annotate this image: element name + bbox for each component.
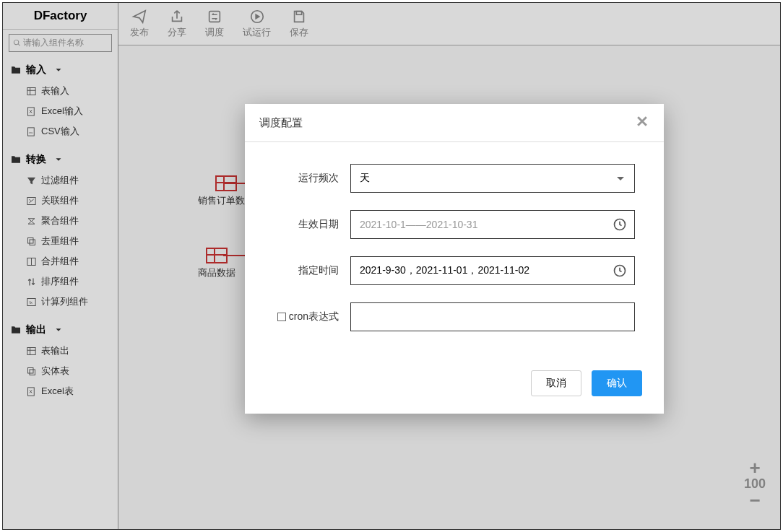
confirm-button[interactable]: 确认 [592,370,642,396]
dialog-header: 调度配置 [245,104,664,142]
frequency-select[interactable]: 天 [350,164,635,193]
frequency-value: 天 [360,172,370,185]
cancel-button[interactable]: 取消 [531,370,581,396]
specific-time-value: 2021-9-30，2021-11-01，2021-11-02 [360,264,529,277]
specific-time-label: 指定时间 [274,264,339,277]
cron-label: cron表达式 [274,310,339,323]
dialog-footer: 取消 确认 [245,363,664,414]
cron-input[interactable] [350,302,635,331]
effective-date-input[interactable]: 2021-10-1——2021-10-31 [350,210,635,239]
cron-checkbox[interactable] [277,313,286,321]
cron-label-text: cron表达式 [289,310,339,323]
dialog-title: 调度配置 [259,116,303,130]
dialog-close-button[interactable] [635,114,649,131]
effective-date-placeholder: 2021-10-1——2021-10-31 [360,219,477,230]
close-icon [635,114,649,128]
specific-time-input[interactable]: 2021-9-30，2021-11-01，2021-11-02 [350,256,635,285]
clock-icon [613,217,627,234]
dialog-body: 运行频次 天 生效日期 2021-10-1——2021-10-31 指定时间 2… [245,142,664,363]
schedule-config-dialog: 调度配置 运行频次 天 生效日期 2021-10-1——2021-10-31 指… [245,104,664,414]
clock-icon [613,263,627,280]
effective-date-label: 生效日期 [274,218,339,231]
frequency-label: 运行频次 [274,172,339,185]
